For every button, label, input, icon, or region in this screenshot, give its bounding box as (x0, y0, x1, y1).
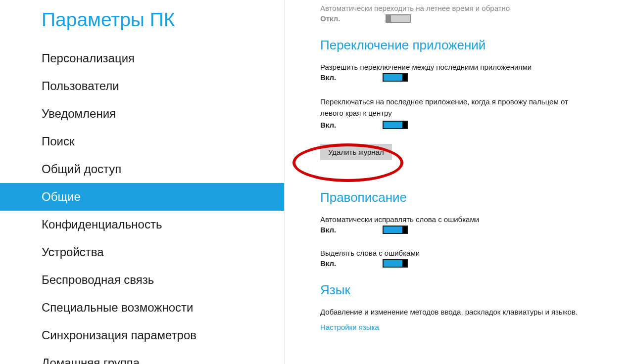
app-switch-opt2-row: Вкл. (320, 121, 632, 129)
sidebar-item-share[interactable]: Общий доступ (0, 155, 284, 183)
sidebar-item-general[interactable]: Общие (0, 183, 284, 211)
app-switch-opt1-desc: Разрешить переключение между последними … (320, 63, 632, 71)
toggle-knob (402, 260, 407, 267)
spelling-opt1-toggle[interactable] (383, 226, 408, 234)
app-switch-heading: Переключение приложений (320, 38, 632, 53)
sidebar-item-homegroup[interactable]: Домашняя группа (0, 349, 284, 364)
sidebar-item-sync[interactable]: Синхронизация параметров (0, 321, 284, 349)
toggle-knob (402, 227, 407, 233)
language-heading: Язык (320, 282, 632, 298)
spelling-opt1-state: Вкл. (320, 226, 337, 234)
dst-toggle[interactable] (386, 14, 411, 23)
app-switch-opt2-state: Вкл. (320, 121, 337, 129)
app-switch-opt2-desc: Переключаться на последнее приложение, к… (320, 96, 587, 119)
spelling-opt2-row: Вкл. (320, 259, 632, 268)
page-title: Параметры ПК (0, 9, 284, 45)
dst-row: Откл. (320, 14, 632, 23)
app-switch-opt2-toggle[interactable] (383, 121, 408, 129)
toggle-knob (402, 74, 407, 81)
sidebar-item-wireless[interactable]: Беспроводная связь (0, 266, 284, 294)
sidebar-item-users[interactable]: Пользователи (0, 72, 284, 100)
language-desc: Добавление и изменение методов ввода, ра… (320, 308, 632, 316)
spelling-opt1-desc: Автоматически исправлять слова с ошибкам… (320, 215, 632, 224)
sidebar-item-privacy[interactable]: Конфиденциальность (0, 211, 284, 238)
spelling-opt2-desc: Выделять слова с ошибками (320, 249, 632, 257)
dst-state-label: Откл. (320, 14, 340, 23)
spelling-opt2-toggle[interactable] (383, 259, 408, 268)
language-settings-link[interactable]: Настройки языка (320, 323, 632, 331)
settings-content: Автоматически переходить на летнее время… (285, 0, 632, 364)
spelling-opt1-row: Вкл. (320, 226, 632, 234)
app-switch-opt1-state: Вкл. (320, 73, 337, 82)
sidebar-item-notifications[interactable]: Уведомления (0, 100, 284, 128)
spelling-heading: Правописание (320, 190, 632, 205)
sidebar-item-devices[interactable]: Устройства (0, 238, 284, 266)
app-switch-opt1-row: Вкл. (320, 73, 632, 82)
sidebar-item-search[interactable]: Поиск (0, 128, 284, 155)
sidebar-item-accessibility[interactable]: Специальные возможности (0, 294, 284, 321)
toggle-knob (387, 15, 391, 22)
toggle-knob (402, 122, 407, 128)
delete-history-button[interactable]: Удалить журнал (320, 144, 392, 160)
dst-description: Автоматически переходить на летнее время… (320, 4, 632, 12)
spelling-opt2-state: Вкл. (320, 259, 337, 268)
sidebar-item-personalization[interactable]: Персонализация (0, 45, 284, 72)
settings-sidebar: Параметры ПК Персонализация Пользователи… (0, 0, 285, 364)
app-switch-opt1-toggle[interactable] (383, 73, 408, 82)
